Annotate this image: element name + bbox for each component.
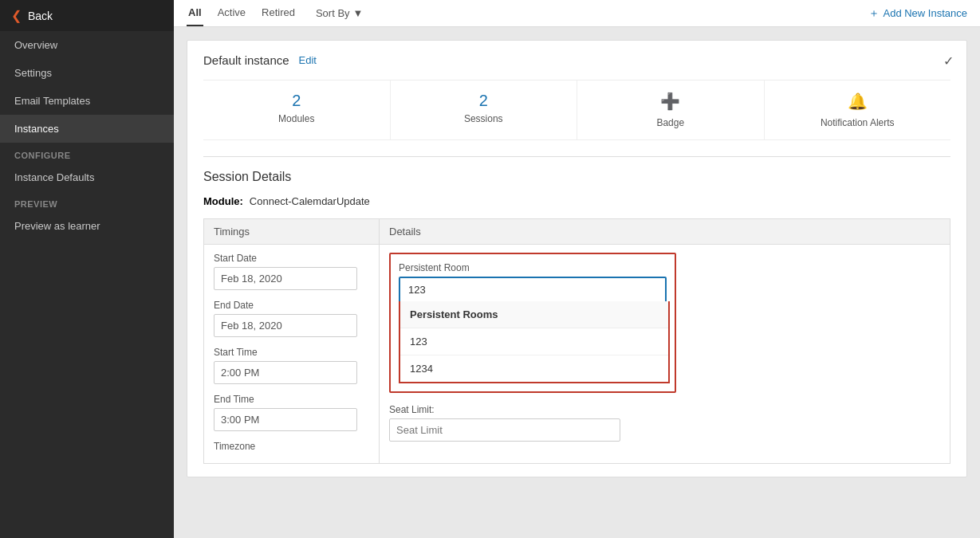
dropdown-item-1234[interactable]: 1234 xyxy=(400,355,668,382)
sessions-label: Sessions xyxy=(464,113,503,124)
stat-badge[interactable]: ➕ Badge xyxy=(577,81,765,139)
tab-active[interactable]: Active xyxy=(216,0,247,26)
back-label: Back xyxy=(28,10,53,22)
add-new-instance-button[interactable]: ＋ Add New Instance xyxy=(868,6,967,21)
filter-tabs: All Active Retired Sort By ▼ xyxy=(187,0,868,26)
dropdown-header: Persistent Rooms xyxy=(400,301,668,328)
stat-sessions[interactable]: 2 Sessions xyxy=(391,81,578,139)
sidebar: ❮ Back Overview Settings Email Templates… xyxy=(0,0,174,538)
sidebar-email-templates-label: Email Templates xyxy=(14,95,90,107)
modules-count: 2 xyxy=(292,92,301,110)
session-details-title: Session Details xyxy=(203,170,950,184)
preview-learner-label: Preview as learner xyxy=(14,220,100,232)
tab-all[interactable]: All xyxy=(187,0,203,26)
seat-limit-label: Seat Limit: xyxy=(389,404,940,415)
persistent-room-field-label: Persistent Room xyxy=(399,262,667,273)
session-table: Timings Details Start Date End Date Star… xyxy=(203,218,950,464)
end-date-label: End Date xyxy=(214,300,369,311)
details-cell: Persistent Room Persistent Rooms 123 xyxy=(380,245,950,464)
col-header-timings: Timings xyxy=(204,219,380,245)
sort-by-dropdown[interactable]: Sort By ▼ xyxy=(316,7,364,19)
seat-limit-input[interactable] xyxy=(389,418,620,442)
start-date-input[interactable] xyxy=(214,267,357,290)
notification-bell-icon: 🔔 xyxy=(848,92,868,111)
end-date-input[interactable] xyxy=(214,314,357,337)
start-date-label: Start Date xyxy=(214,253,369,264)
badge-icon: ➕ xyxy=(660,92,680,111)
sidebar-settings-label: Settings xyxy=(14,67,52,79)
persistent-room-section: Persistent Room Persistent Rooms 123 xyxy=(389,253,676,393)
sessions-count: 2 xyxy=(479,92,488,110)
timezone-label: Timezone xyxy=(214,441,369,452)
end-time-input[interactable] xyxy=(214,408,357,431)
sidebar-item-overview[interactable]: Overview xyxy=(0,31,174,59)
modules-label: Modules xyxy=(278,113,314,124)
collapse-icon[interactable]: ✓ xyxy=(943,53,954,69)
preview-section-label: PREVIEW xyxy=(0,191,174,212)
stat-modules[interactable]: 2 Modules xyxy=(203,81,391,139)
col-header-details: Details xyxy=(380,219,950,245)
instance-defaults-label: Instance Defaults xyxy=(14,171,94,183)
persistent-room-input-wrap xyxy=(399,277,667,303)
instance-edit-link[interactable]: Edit xyxy=(299,54,317,66)
notification-alerts-label: Notification Alerts xyxy=(821,117,895,128)
timings-cell: Start Date End Date Start Time End Time … xyxy=(204,245,380,464)
start-time-label: Start Time xyxy=(214,347,369,358)
back-arrow-icon: ❮ xyxy=(11,8,22,23)
dropdown-item-123[interactable]: 123 xyxy=(400,328,668,355)
module-row: Module: Connect-CalemdarUpdate xyxy=(203,195,950,207)
sidebar-overview-label: Overview xyxy=(14,39,57,51)
plus-icon: ＋ xyxy=(868,6,880,21)
divider xyxy=(203,156,950,157)
stat-notification-alerts[interactable]: 🔔 Notification Alerts xyxy=(765,81,951,139)
module-value: Connect-CalemdarUpdate xyxy=(250,195,370,207)
sidebar-item-instance-defaults[interactable]: Instance Defaults xyxy=(0,163,174,191)
persistent-room-input[interactable] xyxy=(400,278,665,301)
start-time-input[interactable] xyxy=(214,361,357,384)
tab-retired[interactable]: Retired xyxy=(260,0,297,26)
sidebar-item-email-templates[interactable]: Email Templates xyxy=(0,87,174,115)
end-time-label: End Time xyxy=(214,394,369,405)
sort-by-label: Sort By xyxy=(316,7,350,19)
table-row: Start Date End Date Start Time End Time … xyxy=(204,245,950,464)
instance-stats: 2 Modules 2 Sessions ➕ Badge 🔔 Notificat… xyxy=(203,80,950,140)
instance-header: Default instance Edit ✓ xyxy=(203,53,950,67)
back-button[interactable]: ❮ Back xyxy=(0,0,174,31)
configure-section-label: CONFIGURE xyxy=(0,143,174,163)
badge-label: Badge xyxy=(656,117,684,128)
module-label: Module: xyxy=(203,195,243,207)
main-area: All Active Retired Sort By ▼ ＋ Add New I… xyxy=(174,0,980,538)
sidebar-item-instances[interactable]: Instances xyxy=(0,115,174,143)
sidebar-item-settings[interactable]: Settings xyxy=(0,59,174,87)
sidebar-item-preview-learner[interactable]: Preview as learner xyxy=(0,212,174,240)
instance-title: Default instance xyxy=(203,53,289,67)
persistent-room-dropdown: Persistent Rooms 123 1234 xyxy=(399,301,670,383)
instance-card: Default instance Edit ✓ 2 Modules 2 Sess… xyxy=(187,40,967,477)
topbar: All Active Retired Sort By ▼ ＋ Add New I… xyxy=(174,0,980,27)
content-area: Default instance Edit ✓ 2 Modules 2 Sess… xyxy=(174,27,980,538)
add-new-label: Add New Instance xyxy=(883,7,967,19)
sidebar-instances-label: Instances xyxy=(14,123,59,135)
sort-by-chevron-icon: ▼ xyxy=(353,7,364,19)
